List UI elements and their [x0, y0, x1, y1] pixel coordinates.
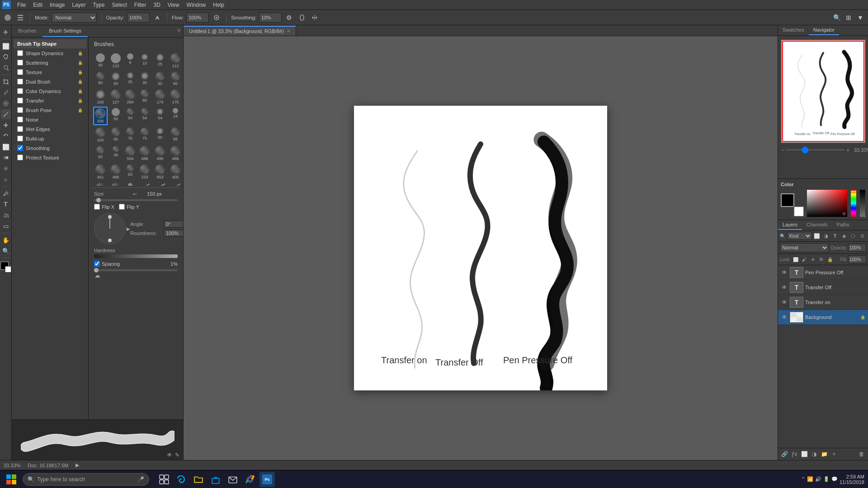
workspace-icon[interactable]: ⊞	[844, 13, 854, 23]
doc-tab-close[interactable]: ✕	[287, 28, 290, 33]
symmetry-icon[interactable]	[310, 13, 320, 23]
spacing-slider[interactable]	[94, 269, 178, 271]
menu-image[interactable]: Image	[46, 1, 68, 9]
smoothing-settings-icon[interactable]: ⚙	[284, 13, 294, 23]
brush-preset-27[interactable]: 75	[137, 126, 152, 144]
network-icon[interactable]: 📶	[807, 476, 813, 482]
hand-tool[interactable]: ✋	[1, 235, 11, 245]
blend-mode-select[interactable]: Normal	[780, 243, 829, 252]
brush-preset-29[interactable]: 85	[168, 126, 180, 144]
layer-vis-background[interactable]: 👁	[781, 314, 788, 321]
brush-preset-30[interactable]: 60	[93, 145, 108, 162]
brush-preset-19[interactable]: 50	[108, 107, 123, 125]
battery-icon[interactable]: 🔋	[823, 476, 830, 482]
smoothing-input[interactable]	[259, 13, 282, 23]
brush-preset-3[interactable]: 10	[137, 52, 152, 70]
brush-preset-35[interactable]: 486	[168, 145, 180, 162]
brush-preset-11[interactable]: 60	[168, 70, 180, 87]
scattering-item[interactable]: Scattering 🔒	[14, 58, 86, 67]
angle-dial[interactable]	[94, 213, 126, 244]
tab-brush-settings[interactable]: Brush Settings	[42, 25, 88, 37]
brush-preset-24[interactable]: 100	[93, 126, 108, 144]
mail-btn[interactable]	[225, 472, 241, 487]
crop-tool[interactable]	[1, 77, 11, 87]
brush-preset-picker-icon[interactable]	[3, 13, 13, 23]
noise-item[interactable]: Noise	[14, 115, 86, 124]
layer-vis-pen-pressure[interactable]: 👁	[781, 269, 788, 276]
protect-texture-check[interactable]	[17, 155, 23, 160]
expand-icon[interactable]: ▼	[855, 13, 865, 23]
brush-preset-7[interactable]: 50	[108, 70, 123, 87]
clone-stamp-tool[interactable]	[1, 120, 11, 130]
alpha-bar[interactable]	[860, 190, 865, 217]
quick-select-tool[interactable]	[1, 63, 11, 73]
status-arrow[interactable]: ▶	[75, 462, 79, 468]
foreground-color[interactable]	[0, 262, 11, 272]
size-slider[interactable]	[94, 199, 178, 201]
kind-select[interactable]: Kind	[787, 232, 812, 240]
search-icon[interactable]: 🔍	[832, 13, 842, 23]
hue-bar[interactable]	[851, 190, 856, 217]
color-picker-dot[interactable]	[843, 212, 845, 215]
lock-position-btn[interactable]: ✛	[809, 256, 816, 263]
brush-preset-13[interactable]: 127	[108, 88, 123, 106]
brush-preset-40[interactable]: 653	[153, 163, 167, 181]
build-up-item[interactable]: Build-up	[14, 134, 86, 143]
menu-type[interactable]: Type	[89, 1, 108, 9]
transfer-item[interactable]: Transfer 🔒	[14, 96, 86, 105]
airbrush-icon[interactable]	[212, 13, 222, 23]
protect-texture-item[interactable]: Protect Texture	[14, 153, 86, 162]
chrome-btn[interactable]	[242, 472, 258, 487]
brush-preset-18[interactable]: 306	[93, 107, 108, 125]
brush-preset-2[interactable]: 8	[124, 52, 137, 70]
smoothing-check[interactable]	[17, 145, 23, 151]
marquee-tool[interactable]: ⬜	[1, 41, 11, 51]
scattering-check[interactable]	[17, 60, 23, 66]
brush-preset-26[interactable]: 75	[124, 126, 137, 144]
brush-preset-28[interactable]: 50	[153, 126, 167, 144]
hue-indicator[interactable]	[851, 191, 856, 192]
menu-3d[interactable]: 3D	[150, 1, 164, 9]
doc-tab-untitled[interactable]: Untitled-1 @ 33.3% (Background, RGB/8#) …	[184, 26, 296, 36]
build-up-check[interactable]	[17, 136, 23, 141]
wet-edges-item[interactable]: Wet Edges	[14, 124, 86, 134]
smoothing-item[interactable]: Smoothing	[14, 143, 86, 153]
volume-icon[interactable]: 🔊	[815, 476, 821, 482]
dual-brush-item[interactable]: Dual Brush 🔒	[14, 77, 86, 86]
opacity-input[interactable]	[127, 13, 150, 23]
color-dynamics-item[interactable]: Color Dynamics 🔒	[14, 86, 86, 96]
menu-layer[interactable]: Layer	[68, 1, 89, 9]
brush-preset-10[interactable]: 50	[153, 70, 167, 87]
brush-preset-14[interactable]: 284	[124, 88, 137, 106]
move-tool[interactable]: ✛	[1, 27, 11, 37]
brush-preset-9[interactable]: 30	[137, 70, 152, 87]
menu-help[interactable]: Help	[209, 1, 228, 9]
texture-item[interactable]: Texture 🔒	[14, 67, 86, 77]
brush-tool[interactable]	[1, 109, 11, 119]
brush-preset-43[interactable]: 1530	[108, 182, 123, 186]
tab-navigator[interactable]: Navigator	[809, 25, 839, 35]
create-group-btn[interactable]: 📁	[820, 450, 829, 459]
path-select-tool[interactable]	[1, 210, 11, 220]
tray-clock[interactable]: 2:59 AM 11/15/2018	[840, 474, 864, 485]
fill-input[interactable]	[848, 255, 866, 263]
brush-preset-20[interactable]: 54	[124, 107, 137, 125]
tab-layers[interactable]: Layers	[778, 220, 802, 230]
transfer-check[interactable]	[17, 98, 23, 103]
taskbar-search[interactable]: 🔍 Type here to search 🎤	[23, 473, 149, 486]
brush-preset-39[interactable]: 233	[137, 163, 152, 181]
eyedropper-tool[interactable]	[1, 88, 11, 98]
delete-layer-btn[interactable]: 🗑	[857, 450, 866, 459]
color-gradient[interactable]	[807, 190, 847, 217]
zoom-tool[interactable]: 🔍	[1, 246, 11, 256]
pen-pressure-icon[interactable]	[297, 13, 307, 23]
brush-panel-collapse[interactable]: ≡	[175, 25, 183, 37]
fg-bg-color-swatch[interactable]	[781, 193, 801, 213]
brush-preview-edit-icon[interactable]: ✎	[175, 452, 179, 458]
brush-preset-33[interactable]: 488	[137, 145, 152, 162]
tab-channels[interactable]: Channels	[802, 220, 832, 230]
menu-view[interactable]: View	[164, 1, 183, 9]
healing-tool[interactable]	[1, 99, 11, 108]
lock-all-btn[interactable]: 🔒	[826, 256, 834, 263]
add-style-btn[interactable]: ƒx	[790, 450, 799, 459]
